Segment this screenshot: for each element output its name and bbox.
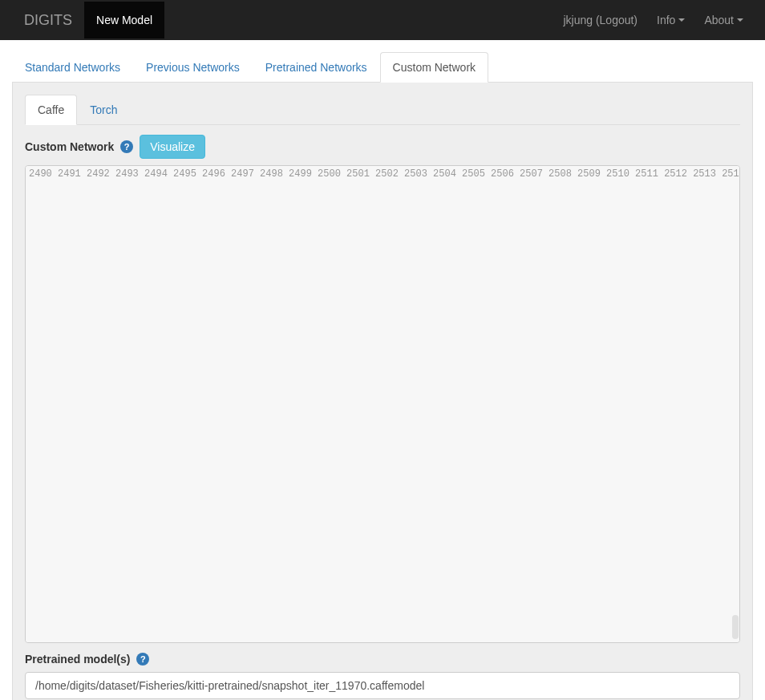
code-editor[interactable]: 2490 2491 2492 2493 2494 2495 2496 2497 … [25, 165, 740, 643]
info-menu[interactable]: Info [647, 2, 694, 38]
pretrained-header: Pretrained model(s) ? [25, 653, 740, 666]
framework-tab-torch[interactable]: Torch [77, 95, 130, 125]
main-tab-standard-networks[interactable]: Standard Networks [12, 52, 133, 83]
main-tabs: Standard NetworksPrevious NetworksPretra… [12, 52, 753, 83]
navbar: DIGITS New Model jkjung (Logout) Info Ab… [0, 0, 765, 40]
scrollbar-thumb[interactable] [732, 615, 739, 639]
visualize-button[interactable]: Visualize [140, 135, 205, 159]
main-tab-custom-network[interactable]: Custom Network [380, 52, 488, 83]
custom-network-header: Custom Network ? Visualize [25, 135, 740, 159]
pretrained-title: Pretrained model(s) [25, 653, 130, 666]
navbar-right: jkjung (Logout) Info About [553, 2, 753, 38]
info-label: Info [657, 14, 675, 26]
brand-link[interactable]: DIGITS [12, 0, 84, 41]
main-tab-pretrained-networks[interactable]: Pretrained Networks [253, 52, 380, 83]
main-tab-previous-networks[interactable]: Previous Networks [133, 52, 253, 83]
line-gutter: 2490 2491 2492 2493 2494 2495 2496 2497 … [26, 166, 740, 642]
pretrained-model-input[interactable] [25, 672, 740, 699]
custom-network-title: Custom Network [25, 140, 114, 153]
framework-tab-caffe[interactable]: Caffe [25, 95, 77, 125]
about-label: About [704, 14, 734, 26]
help-icon[interactable]: ? [120, 140, 133, 153]
caret-down-icon [737, 18, 743, 22]
pretrained-group: Pretrained model(s) ? [25, 653, 740, 699]
framework-tabs: CaffeTorch [25, 95, 740, 125]
about-menu[interactable]: About [694, 2, 753, 38]
user-logout-link[interactable]: jkjung (Logout) [553, 2, 647, 38]
nav-new-model[interactable]: New Model [84, 2, 164, 38]
caret-down-icon [678, 18, 685, 22]
help-icon[interactable]: ? [136, 653, 149, 666]
tab-content: CaffeTorch Custom Network ? Visualize 24… [12, 83, 753, 700]
